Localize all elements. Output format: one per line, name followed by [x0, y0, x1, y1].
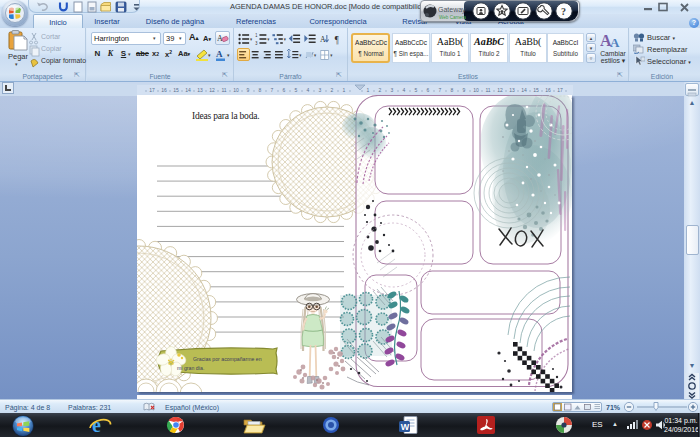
svg-text:16: 16 [161, 87, 167, 93]
svg-text:Gracias por acompañarme en: Gracias por acompañarme en [193, 356, 262, 362]
svg-text:5: 5 [295, 87, 298, 93]
svg-text:4: 4 [307, 87, 310, 93]
svg-text:2: 2 [331, 87, 334, 93]
svg-text:▾: ▾ [330, 53, 333, 58]
svg-text:3: 3 [319, 87, 322, 93]
svg-text:3: 3 [391, 87, 394, 93]
svg-text:9: 9 [247, 87, 250, 93]
svg-text:8: 8 [451, 87, 454, 93]
svg-text:▾: ▾ [299, 53, 302, 58]
svg-text:17: 17 [149, 87, 155, 93]
svg-text:▾: ▾ [284, 37, 287, 42]
svg-text:▾: ▾ [267, 37, 270, 42]
svg-text:7: 7 [271, 87, 274, 93]
svg-text:¶: ¶ [335, 34, 340, 45]
svg-text:4: 4 [403, 87, 406, 93]
svg-text:9: 9 [463, 87, 466, 93]
svg-text:12: 12 [497, 87, 503, 93]
svg-text:mi gran día.: mi gran día. [177, 365, 204, 371]
svg-text:13: 13 [509, 87, 515, 93]
svg-text:12: 12 [209, 87, 215, 93]
svg-text:14: 14 [521, 87, 527, 93]
svg-text:5: 5 [415, 87, 418, 93]
svg-text:3: 3 [255, 41, 258, 46]
svg-text:▾: ▾ [250, 37, 253, 42]
svg-text:▾: ▾ [227, 52, 230, 58]
svg-text:11: 11 [485, 87, 490, 93]
svg-text:10: 10 [473, 87, 479, 93]
svg-text:e: e [92, 414, 101, 436]
svg-text:1: 1 [343, 87, 346, 93]
svg-text:15: 15 [533, 87, 539, 93]
svg-text:16: 16 [545, 87, 551, 93]
svg-text:6: 6 [427, 87, 430, 93]
svg-text:A: A [610, 35, 620, 49]
svg-text:11: 11 [221, 87, 226, 93]
svg-text:Gateway: Gateway [438, 6, 466, 14]
svg-text:13: 13 [197, 87, 203, 93]
svg-text:2: 2 [379, 87, 382, 93]
svg-text:8: 8 [259, 87, 262, 93]
svg-text:W: W [401, 422, 410, 432]
svg-text:6: 6 [283, 87, 286, 93]
svg-text:1: 1 [255, 33, 258, 38]
svg-text:Ideas para la boda.: Ideas para la boda. [192, 111, 259, 121]
svg-text:▾: ▾ [208, 52, 211, 58]
svg-text:14: 14 [185, 87, 191, 93]
svg-text:7: 7 [439, 87, 442, 93]
svg-text:?: ? [561, 6, 566, 17]
svg-text:▾: ▾ [314, 53, 317, 58]
svg-text:1: 1 [367, 87, 370, 93]
svg-text:Web Camera: Web Camera [439, 15, 466, 20]
svg-text:17: 17 [557, 87, 563, 93]
svg-text:15: 15 [173, 87, 179, 93]
svg-text:10: 10 [233, 87, 239, 93]
svg-text:A: A [216, 49, 223, 59]
